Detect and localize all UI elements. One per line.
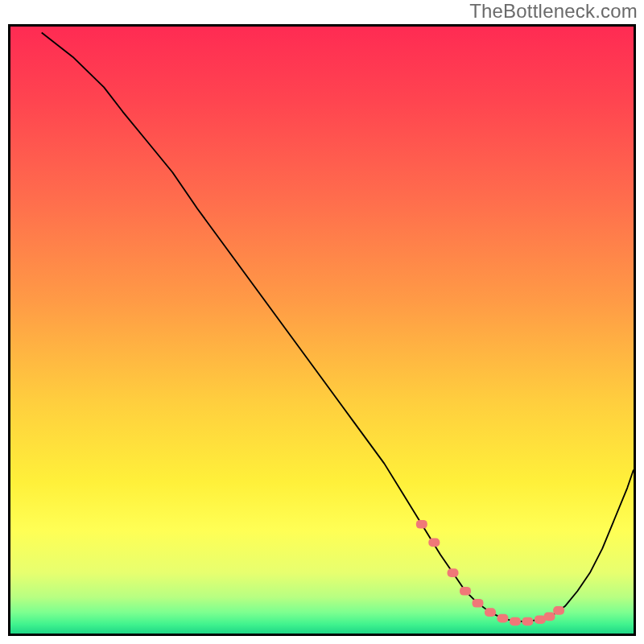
valley-marker <box>544 613 555 621</box>
watermark-text: TheBottleneck.com <box>469 0 638 23</box>
valley-marker <box>553 606 564 615</box>
plot-svg <box>10 27 634 634</box>
valley-marker <box>428 539 440 547</box>
valley-marker <box>416 520 427 529</box>
valley-marker <box>448 568 459 577</box>
valley-marker <box>460 587 471 596</box>
valley-marker <box>522 617 533 626</box>
gradient-background <box>10 27 634 634</box>
valley-marker <box>497 614 508 623</box>
valley-marker <box>510 617 521 626</box>
valley-marker <box>473 599 484 608</box>
plot-area <box>8 24 636 636</box>
valley-marker <box>485 608 496 617</box>
chart-container: TheBottleneck.com <box>0 0 644 644</box>
